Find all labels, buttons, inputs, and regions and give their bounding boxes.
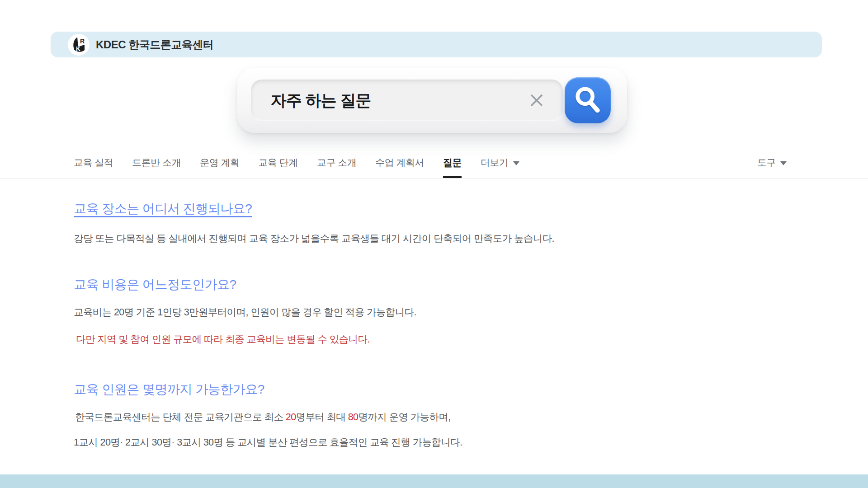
search-icon <box>571 84 604 117</box>
nav-tabs: 교육 실적 드론반 소개 운영 계획 교육 단계 교구 소개 수업 계획서 질문… <box>74 156 519 178</box>
brand-name: KDEC 한국드론교육센터 <box>96 38 213 52</box>
search-query-text[interactable]: 자주 하는 질문 <box>271 90 527 111</box>
search-input[interactable]: 자주 하는 질문 <box>251 80 563 121</box>
max-count-highlight: 80 <box>348 412 359 422</box>
brand-bar: R K KDEC 한국드론교육센터 <box>51 32 822 57</box>
kdec-logo-icon: R K <box>68 34 90 56</box>
x-close-icon <box>529 93 544 108</box>
search-box: 자주 하는 질문 <box>237 68 627 133</box>
tab-questions-active[interactable]: 질문 <box>443 156 462 178</box>
tab-more[interactable]: 더보기 <box>481 156 519 176</box>
chevron-down-icon <box>513 161 519 165</box>
footer-strip <box>0 474 868 488</box>
tab-education-results[interactable]: 교육 실적 <box>74 156 113 176</box>
desc-text: 명부터 최대 <box>296 412 348 422</box>
result-3-description-line1: 한국드론교육센터는 단체 전문 교육기관으로 최소 20명부터 최대 80명까지… <box>75 410 451 423</box>
tab-operation-plan[interactable]: 운영 계획 <box>200 156 239 176</box>
tab-lesson-plan[interactable]: 수업 계획서 <box>375 156 424 176</box>
tools-label: 도구 <box>757 156 776 169</box>
result-2-title-link[interactable]: 교육 비용은 어느정도인가요? <box>74 276 236 293</box>
tab-education-steps[interactable]: 교육 단계 <box>259 156 298 176</box>
clear-search-button[interactable] <box>527 90 547 110</box>
search-submit-button[interactable] <box>565 77 611 123</box>
desc-text: 명까지 운영 가능하며, <box>358 412 450 422</box>
result-3-title-link[interactable]: 교육 인원은 몇명까지 가능한가요? <box>74 381 264 398</box>
result-3-description-line2: 1교시 20명· 2교시 30명· 3교시 30명 등 교시별 분산 편성으로 … <box>74 436 462 449</box>
svg-text:R: R <box>80 38 85 45</box>
tab-drone-class-intro[interactable]: 드론반 소개 <box>132 156 181 176</box>
svg-text:K: K <box>76 45 80 52</box>
tab-more-label: 더보기 <box>481 156 509 169</box>
desc-text: 한국드론교육센터는 단체 전문 교육기관으로 최소 <box>75 412 286 422</box>
chevron-down-icon <box>780 161 787 165</box>
result-2-description: 교육비는 20명 기준 1인당 3만원부터이며, 인원이 많을 경우 할인 적용… <box>74 305 416 319</box>
nav-divider <box>0 178 868 179</box>
kdec-logo: R K <box>68 34 90 56</box>
result-1-description: 강당 또는 다목적실 등 실내에서 진행되며 교육 장소가 넓을수록 교육생들 … <box>74 232 554 245</box>
min-count-highlight: 20 <box>286 412 296 422</box>
tab-teaching-tools[interactable]: 교구 소개 <box>317 156 356 176</box>
result-2-price-note: 다만 지역 및 참여 인원 규모에 따라 최종 교육비는 변동될 수 있습니다. <box>76 333 370 346</box>
tools-menu[interactable]: 도구 <box>757 156 787 169</box>
result-1-title-link[interactable]: 교육 장소는 어디서 진행되나요? <box>74 200 252 217</box>
